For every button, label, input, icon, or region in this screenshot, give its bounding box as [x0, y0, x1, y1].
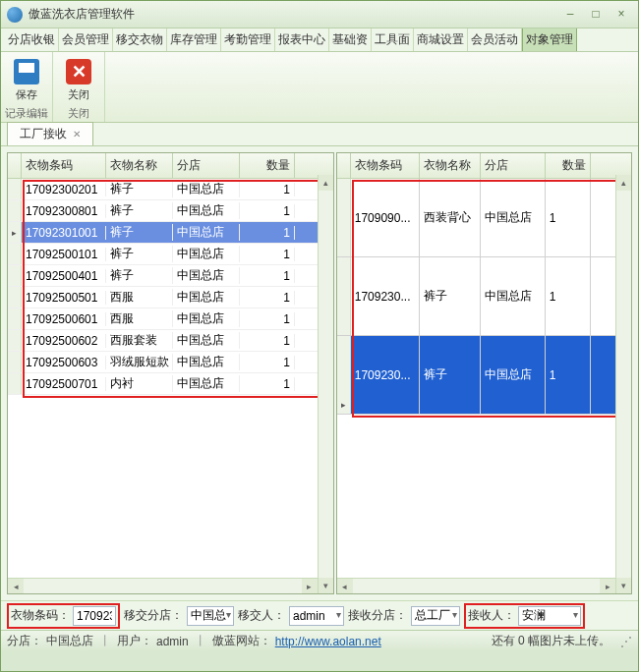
- col-header-barcode[interactable]: 衣物条码: [22, 153, 106, 178]
- col-header-store[interactable]: 分店: [173, 153, 240, 178]
- row-header-col: [8, 153, 22, 178]
- receive-person-label: 接收人：: [468, 607, 515, 624]
- col-header-name[interactable]: 衣物名称: [420, 153, 481, 178]
- table-row[interactable]: 17092500101裤子中国总店1: [8, 244, 333, 265]
- status-upload-msg: 还有 0 幅图片未上传。: [492, 633, 610, 649]
- tab-factory-receive[interactable]: 工厂接收 ✕: [7, 122, 93, 145]
- v-scrollbar-left[interactable]: ▴▾: [318, 175, 333, 593]
- menu-item[interactable]: 商城设置: [414, 28, 468, 51]
- barcode-input[interactable]: [73, 606, 116, 626]
- receive-store-combo[interactable]: 总工厂: [411, 606, 460, 626]
- table-row[interactable]: 17092300801裤子中国总店1: [8, 200, 333, 222]
- minimize-button[interactable]: –: [559, 7, 581, 23]
- highlight-box-receiver: 接收人： 安澜: [464, 603, 585, 629]
- status-site-label: 傲蓝网站：: [212, 633, 271, 649]
- close-icon: ✕: [66, 59, 91, 84]
- maximize-button[interactable]: □: [585, 7, 607, 23]
- status-user-label: 用户：: [117, 633, 152, 649]
- close-button-label: 关闭: [68, 87, 89, 102]
- status-store-label: 分店：: [7, 633, 42, 649]
- menu-item[interactable]: 考勤管理: [221, 28, 275, 51]
- menu-item[interactable]: 移交衣物: [113, 28, 167, 51]
- highlight-box-barcode: 衣物条码：: [7, 603, 120, 629]
- tab-label: 工厂接收: [20, 126, 67, 142]
- menu-item[interactable]: 分店收银: [5, 28, 59, 51]
- status-site-link[interactable]: http://www.aolan.net: [275, 635, 381, 648]
- menu-item[interactable]: 会员管理: [59, 28, 113, 51]
- resize-grip-icon[interactable]: ⋰: [620, 635, 632, 648]
- left-grid: 衣物条码 衣物名称 分店 数量 17092300201裤子中国总店1170923…: [7, 152, 334, 594]
- table-row[interactable]: 17092500601西服中国总店1: [8, 308, 333, 330]
- col-header-qty[interactable]: 数量: [546, 153, 591, 178]
- right-grid: 衣物条码 衣物名称 分店 数量 1709090...西装背心中国总店117092…: [336, 152, 632, 594]
- menu-item[interactable]: 对象管理: [522, 28, 577, 52]
- menu-item[interactable]: 基础资: [329, 28, 372, 51]
- col-header-store[interactable]: 分店: [481, 153, 546, 178]
- table-row[interactable]: ▸17092301001裤子中国总店1: [8, 222, 333, 244]
- receive-store-label: 接收分店：: [348, 607, 407, 624]
- handover-person-combo[interactable]: admin: [289, 606, 344, 626]
- handover-store-combo[interactable]: 中国总: [187, 606, 234, 626]
- close-button[interactable]: ✕ 关闭: [57, 56, 100, 103]
- table-row[interactable]: 17092500401裤子中国总店1: [8, 265, 333, 287]
- tab-close-icon[interactable]: ✕: [73, 129, 81, 140]
- menu-item[interactable]: 工具面: [372, 28, 414, 51]
- h-scrollbar-left[interactable]: ◂▸: [8, 578, 318, 593]
- receive-person-combo[interactable]: 安澜: [518, 606, 581, 626]
- table-row[interactable]: 17092300201裤子中国总店1: [8, 179, 333, 200]
- status-store-value: 中国总店: [46, 633, 93, 649]
- menu-item[interactable]: 报表中心: [275, 28, 329, 51]
- menu-item[interactable]: 会员活动: [468, 28, 522, 51]
- table-row[interactable]: 17092500501西服中国总店1: [8, 287, 333, 308]
- status-user-value: admin: [156, 635, 189, 648]
- barcode-label: 衣物条码：: [11, 607, 70, 624]
- handover-person-label: 移交人：: [238, 607, 285, 624]
- table-row[interactable]: ▸1709230...裤子中国总店1: [337, 336, 631, 415]
- menubar: 分店收银会员管理移交衣物库存管理考勤管理报表中心基础资工具面商城设置会员活动对象…: [1, 28, 638, 52]
- close-window-button[interactable]: ×: [610, 7, 632, 23]
- handover-store-label: 移交分店：: [124, 607, 183, 624]
- menu-item[interactable]: 库存管理: [167, 28, 221, 51]
- save-icon: [14, 59, 39, 84]
- save-button-label: 保存: [16, 87, 37, 102]
- table-row[interactable]: 17092500701内衬中国总店1: [8, 373, 333, 395]
- col-header-barcode[interactable]: 衣物条码: [351, 153, 420, 178]
- table-row[interactable]: 17092500603羽绒服短款中国总店1: [8, 352, 333, 373]
- app-logo-icon: [7, 7, 23, 23]
- col-header-qty[interactable]: 数量: [240, 153, 295, 178]
- table-row[interactable]: 1709090...西装背心中国总店1: [337, 179, 631, 257]
- row-header-col: [337, 153, 351, 178]
- toolbar-group-label-1: 记录编辑: [5, 105, 48, 122]
- table-row[interactable]: 17092500602西服套装中国总店1: [8, 330, 333, 352]
- table-row[interactable]: 1709230...裤子中国总店1: [337, 257, 631, 336]
- toolbar-group-label-2: 关闭: [68, 105, 89, 122]
- col-header-name[interactable]: 衣物名称: [106, 153, 173, 178]
- window-title: 傲蓝洗衣店管理软件: [29, 6, 555, 23]
- save-button[interactable]: 保存: [5, 56, 48, 103]
- v-scrollbar-right[interactable]: ▴▾: [615, 175, 631, 593]
- h-scrollbar-right[interactable]: ◂▸: [337, 578, 615, 593]
